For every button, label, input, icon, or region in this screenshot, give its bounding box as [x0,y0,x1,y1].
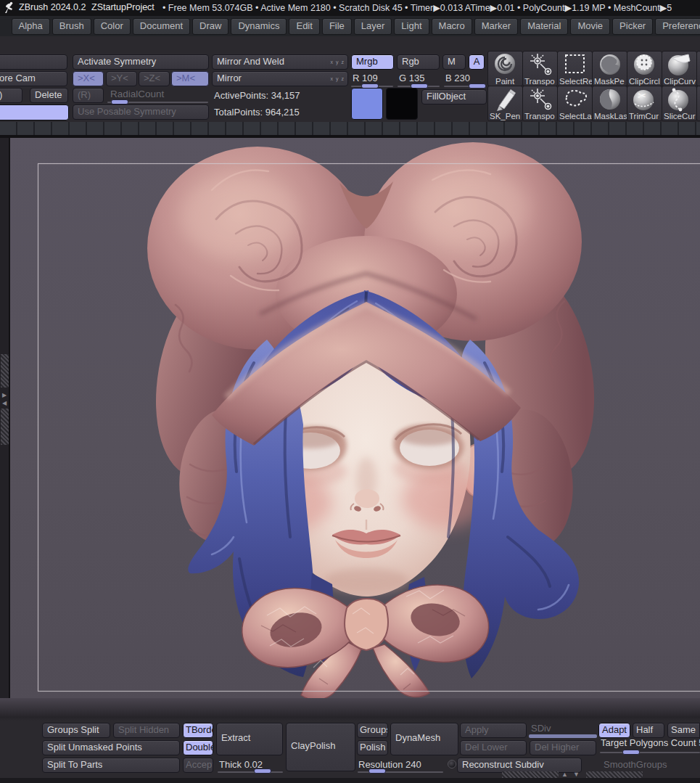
shelf-divider-handle[interactable] [586,771,643,778]
mirror-button[interactable]: Mirror x y z [212,71,348,86]
dynamesh-button[interactable]: DynaMesh [390,723,458,755]
tool-button-clip-circle[interactable]: ClipCircl [627,51,662,86]
tool-button-select-rect[interactable]: SelectRe [557,51,593,86]
extract-button[interactable]: Extract [216,723,283,755]
tool-button-mask-lasso[interactable]: MaskLas [592,86,627,121]
menu-brush[interactable]: Brush [52,18,91,35]
tool-button-paint[interactable]: Paint [487,51,523,86]
split-to-parts-button[interactable]: Split To Parts [42,758,180,773]
use-posable-symmetry-button[interactable]: Use Posable Symmetry [73,104,209,120]
same-button[interactable]: Same [667,723,700,738]
tool-button-cut[interactable] [696,86,700,121]
polish-button[interactable]: Polish [357,740,388,755]
resolution-knob-button[interactable] [448,760,456,768]
tray-scroll-handle[interactable] [1,409,9,445]
tool-button-transpose2[interactable]: Transpo [522,86,558,121]
activate-symmetry-button[interactable]: Activate Symmetry [73,54,209,70]
symmetry-z-button[interactable]: >Z< [139,71,170,86]
shelf-divider-handle[interactable] [502,771,559,778]
mirror-and-weld-button[interactable]: Mirror And Weld x y z [212,54,348,70]
cut-button-lavender[interactable] [0,104,69,120]
secondary-color-swatch[interactable] [386,88,418,120]
smoothgroups-button[interactable]: SmoothGroups [598,758,700,773]
sculpt-model[interactable] [10,138,700,698]
delete-button[interactable]: Delete [30,88,68,103]
transpose-gizmo-icon [523,52,557,78]
adapt-button[interactable]: Adapt [598,723,630,738]
split-unmasked-points-button[interactable]: Split Unmasked Points [42,740,180,755]
groups-split-button[interactable]: Groups Split [42,723,110,738]
cut-button-left[interactable] [0,54,67,70]
menu-marker[interactable]: Marker [474,18,518,35]
blue-slider-handle[interactable] [469,83,486,89]
main-color-swatch[interactable] [351,88,383,120]
tool-button-slice-curve[interactable]: SliceCur [662,86,697,121]
symmetry-x-button[interactable]: >X< [73,71,104,86]
tool-label: TrimCur [629,112,659,120]
canvas-bottom-fade [0,698,700,721]
radial-toggle-button[interactable]: (R) [73,88,104,103]
menu-macro[interactable]: Macro [432,18,472,35]
target-polygons-slider[interactable] [600,752,700,753]
sdiv-label: SDiv [531,723,551,734]
menu-alpha[interactable]: Alpha [12,18,50,35]
timeline-strip[interactable] [0,122,700,135]
double-button[interactable]: Double [183,740,213,755]
target-polygons-slider-handle[interactable] [622,750,640,755]
menu-file[interactable]: File [322,18,352,35]
del-lower-button[interactable]: Del Lower [460,740,527,755]
radial-count-label: RadialCount [110,89,164,99]
fill-object-button[interactable]: FillObject [421,89,487,104]
m-button[interactable]: M [442,54,466,70]
menu-light[interactable]: Light [394,18,429,35]
accept-button[interactable]: Accept [183,758,213,773]
tool-button-mask-pen[interactable]: MaskPe [592,51,627,86]
apply-button[interactable]: Apply [460,723,527,738]
cut-button-paren[interactable]: ) [0,88,22,103]
del-higher-button[interactable]: Del Higher [530,740,596,755]
split-hidden-button[interactable]: Split Hidden [113,723,180,738]
sdiv-slider[interactable] [529,734,597,738]
menu-picker[interactable]: Picker [612,18,653,35]
tool-button-trim-curve[interactable]: ✂ TrimCur [627,86,662,121]
store-cam-button[interactable]: ore Cam [0,71,67,86]
rgb-button[interactable]: Rgb [397,54,440,70]
tray-scroll-handle[interactable] [1,354,9,388]
thick-slider-handle[interactable] [254,768,271,774]
tborder-button[interactable]: TBorde [183,723,213,738]
mrgb-button[interactable]: Mrgb [351,54,394,70]
left-tray-divider[interactable]: ▶ ◀ [0,138,10,698]
ribbon-bow[interactable] [242,585,489,698]
tool-button-cut[interactable] [696,51,700,86]
menu-material[interactable]: Material [520,18,568,35]
bottom-shelf: Groups Split Split Hidden TBorde Extract… [0,721,700,778]
menu-draw[interactable]: Draw [192,18,228,35]
tool-button-sk-pen[interactable]: SK_Pen [487,86,523,121]
menu-document[interactable]: Document [133,18,190,35]
tool-button-transpose[interactable]: Transpo [522,51,558,86]
menu-edit[interactable]: Edit [289,18,319,35]
resolution-slider-handle[interactable] [368,768,386,774]
tool-button-select-lasso[interactable]: SelectLa [557,86,593,121]
menu-layer[interactable]: Layer [354,18,392,35]
menu-dynamics[interactable]: Dynamics [231,18,287,35]
slice-curve-icon [662,86,696,112]
menu-movie[interactable]: Movie [570,18,610,35]
a-button[interactable]: A [469,54,485,70]
tray-open-icon[interactable]: ▶ [2,393,7,398]
shelf-collapse-icon[interactable]: ▼ [573,771,580,778]
half-button[interactable]: Half [633,723,664,738]
shelf-expand-icon[interactable]: ▲ [561,771,568,778]
groups-button[interactable]: Groups [357,723,388,738]
claypolish-button[interactable]: ClayPolish [286,723,355,771]
sculpt-viewport[interactable] [10,138,700,698]
menu-color[interactable]: Color [94,18,131,35]
radial-count-slider-handle[interactable] [111,99,128,104]
symmetry-m-button[interactable]: >M< [171,71,209,86]
thick-slider[interactable] [218,771,283,773]
symmetry-y-button[interactable]: >Y< [106,71,137,86]
tray-close-icon[interactable]: ◀ [2,401,7,406]
menu-preferences[interactable]: Preferences [655,18,700,35]
tool-button-clip-curve[interactable]: ClipCurv [662,51,697,86]
blue-value-label: B 230 [445,73,470,83]
